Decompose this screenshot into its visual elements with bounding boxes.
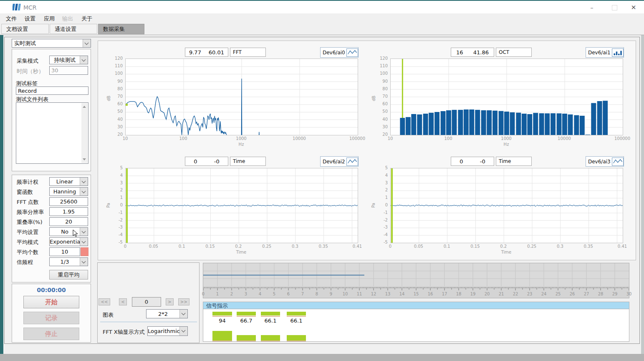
param-input[interactable] [49,217,88,226]
test-tag-input[interactable] [16,86,88,95]
maximize-button[interactable] [606,3,623,12]
window-right-border [641,35,644,354]
y-tick-label: 1 [120,195,123,200]
tab-channel-settings[interactable]: 通道设置 [50,24,97,34]
scroll-down-icon[interactable] [83,158,86,160]
signal-meter-bar [287,335,306,341]
param-select[interactable]: Linear [49,177,88,186]
param-input[interactable] [49,207,88,216]
x-tick-label: 0.35 [318,244,328,249]
y-tick-label: 70 [382,94,388,99]
signal-level-bar [212,312,232,315]
tab-document-settings[interactable]: 文档设置 [1,24,49,34]
y-tick-label: -2 [384,218,388,222]
chevron-down-icon[interactable] [83,39,91,47]
chevron-down-icon[interactable] [80,238,88,246]
time-right-name-box[interactable]: Time [496,157,532,166]
ruler-label: 6 [287,292,290,296]
y-tick-label: 120 [380,56,388,61]
param-label: 频率计权 [17,178,38,186]
scroll-up-icon[interactable] [83,106,86,108]
x-tick-label: 0.05 [149,244,158,249]
test-mode-select[interactable]: 实时测试 [12,39,91,48]
test-file-list[interactable] [16,102,88,164]
close-button[interactable]: ✕ [625,3,642,12]
chevron-down-icon[interactable] [179,327,187,336]
y-tick-label: 2 [385,188,388,192]
menu-apply[interactable]: 应用 [44,15,55,23]
chevron-down-icon[interactable] [80,188,88,196]
x-tick-label: 0.41 [353,244,362,249]
x-tick-label: 10000 [293,136,306,141]
chevron-down-icon[interactable] [80,258,88,266]
signal-meter-bar [212,331,232,341]
minimize-button[interactable]: – [583,3,600,12]
ruler-label: 24 [541,292,547,296]
chevron-down-icon[interactable] [80,56,88,64]
record-button: 记录 [23,312,79,324]
y-tick-label: 40 [117,117,123,122]
x-tick-label: 100000 [349,136,365,141]
x-tick-label: 0.25 [262,244,271,249]
time-left-name-box[interactable]: Time [230,157,266,166]
signal-baseline [287,316,306,317]
restart-average-button[interactable]: 重启平均 [49,270,88,280]
maximize-icon [612,5,617,10]
x-tick-label: 100000 [614,136,630,141]
menu-file[interactable]: 文件 [6,15,17,23]
fft-axis-mode-select[interactable]: Logarithmic [147,326,188,336]
title-bar: MCR – ✕ [0,1,644,14]
chevron-down-icon[interactable] [80,228,88,236]
signal-baseline [237,341,256,341]
ruler-label: 19 [470,292,476,296]
param-input[interactable] [49,197,88,206]
oct-plot[interactable] [390,58,623,135]
time-right-chart: Pa 543210-1-2-3-4-5 00.050.10.150.20.250… [365,165,625,258]
y-tick-label: -3 [384,225,388,229]
param-select[interactable]: Hanning [49,187,88,196]
tab-data-acquisition[interactable]: 数据采集 [98,24,144,34]
y-tick-label: 3 [120,180,123,185]
divider [100,322,197,322]
oct-name-box[interactable]: OCT [496,48,532,57]
x-tick-label: 1000 [501,136,511,141]
param-select[interactable]: Exponential [49,237,88,246]
param-input[interactable] [49,247,80,256]
waveform-icon [612,158,624,166]
fft-name-box[interactable]: FFT [230,48,266,57]
param-select[interactable]: 1/3 [49,257,88,266]
start-button[interactable]: 开始 [23,296,79,308]
menu-about[interactable]: 关于 [81,15,92,23]
chevron-down-icon[interactable] [179,310,187,318]
y-tick-label: -4 [119,232,123,237]
x-tick-label: 0.3 [292,244,298,249]
ruler-label: 1 [216,292,219,296]
scrollbar[interactable] [81,103,88,163]
time-left-chart: Pa 543210-1-2-3-4-5 00.050.10.150.20.250… [100,165,360,258]
y-tick-label: 90 [117,79,123,84]
time-left-plot[interactable] [125,168,358,243]
page-counter[interactable]: 0 [132,297,161,307]
y-tick-label: 100 [380,71,388,76]
param-select[interactable]: No [49,227,88,236]
acq-mode-select[interactable]: 持续测试 [49,56,88,64]
time-right-plot[interactable] [390,168,623,243]
y-tick-label: -3 [119,225,123,229]
record-strip-plot[interactable] [203,263,629,286]
chart-layout-select[interactable]: 2*2 [146,309,188,318]
y-tick-label: 40 [382,117,388,122]
menu-settings[interactable]: 设置 [25,15,35,23]
ruler-label: 18 [456,292,462,296]
fft-plot[interactable] [125,58,358,135]
chevron-down-icon[interactable] [80,178,88,186]
time-right-cursor-readout: 0-0 [451,157,494,166]
average-count-indicator [81,247,88,256]
ruler-label: 30 [626,292,632,296]
y-tick-label: 4 [120,173,123,178]
fft-cursor-readout: 9.7760.01 [185,48,228,57]
application-window: MCR – ✕ 文件 设置 应用 输出 关于 文档设置 通道设置 数据采集 实时… [0,0,644,361]
y-tick-label: 80 [117,86,123,91]
ruler-label: 7 [301,292,304,296]
x-tick-label: 0.1 [179,244,185,249]
window-bottom-border [0,354,644,361]
